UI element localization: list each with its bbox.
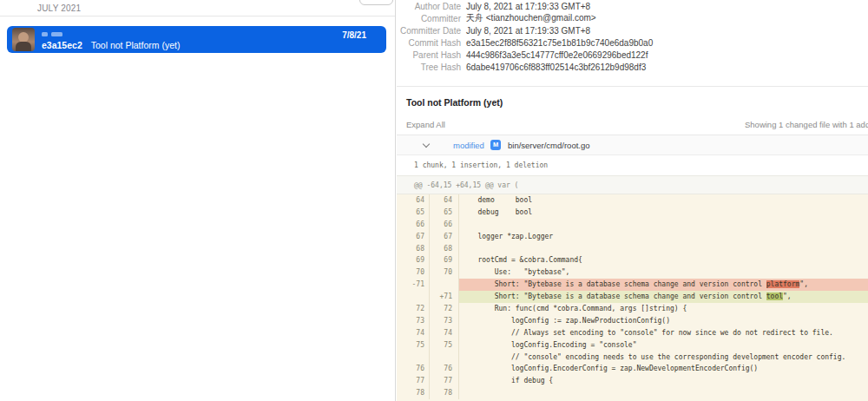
code-line: // Always set encoding to "console" for …	[459, 327, 868, 339]
code-line: Run: func(cmd *cobra.Command, args []str…	[459, 303, 868, 315]
new-line-number: 69	[430, 254, 459, 266]
changed-file-row[interactable]: modified M bin/server/cmd/root.go	[397, 135, 868, 155]
expand-all-button[interactable]: Expand All	[406, 120, 445, 129]
metadata-value: July 8, 2021 at 17:19:33 GMT+8	[466, 2, 590, 11]
modified-badge: M	[490, 140, 501, 150]
old-line-number: 75	[397, 339, 430, 352]
diff-row: +71 Short: "Bytebase is a database schem…	[397, 291, 868, 303]
file-path: bin/server/cmd/root.go	[508, 141, 590, 150]
commit-message: Tool not Platform (yet)	[91, 40, 181, 50]
commit-details-panel: Author 天舟 <tianzhouchen@gmail.com> Autho…	[397, 0, 868, 401]
new-line-number: 77	[430, 375, 459, 387]
metadata-row: Parent Hash 444c986f3a3e5c14777cff0e2e06…	[397, 49, 868, 61]
metadata-label: Author Date	[397, 2, 461, 11]
diff-row: 75 75 logConfig.Encoding = "console"	[397, 339, 868, 352]
app-window: JULY 2021 7/8/21 e3a15ec2Tool not Platfo…	[0, 0, 868, 401]
new-line-number: 78	[430, 387, 459, 399]
diff-row: 69 69 rootCmd = &cobra.Command{	[397, 254, 868, 266]
chevron-down-icon[interactable]	[424, 141, 430, 148]
metadata-value: 6dabe419706c6f883ff02514c3bf2612b9d98df3	[466, 62, 646, 72]
old-line-number: 70	[397, 266, 430, 279]
ref-badge-icon	[42, 32, 48, 36]
divider	[397, 86, 868, 87]
old-line-number: 66	[397, 219, 430, 231]
file-status-label: modified	[453, 141, 484, 150]
commit-list-section-header: JULY 2021	[0, 0, 395, 16]
hunk-header-row: @@ -64,15 +64,15 @@ var (	[397, 175, 868, 194]
old-line-number: 68	[397, 243, 430, 255]
new-line-number: 73	[430, 315, 459, 327]
code-line: Use: "bytebase",	[459, 266, 868, 279]
commit-list-panel: JULY 2021 7/8/21 e3a15ec2Tool not Platfo…	[0, 0, 396, 401]
code-line: Short: "Bytebase is a database schema ch…	[459, 279, 868, 291]
new-line-number: 68	[430, 243, 459, 255]
metadata-label: Commit Hash	[397, 38, 461, 48]
code-line: logger *zap.Logger	[459, 231, 868, 243]
chunk-note: 1 chunk, 1 insertion, 1 deletion	[414, 161, 548, 169]
commit-short-hash: e3a15ec2	[42, 40, 82, 50]
metadata-label: Tree Hash	[397, 62, 461, 72]
metadata-label: Committer Date	[397, 26, 461, 36]
metadata-value: 444c986f3a3e5c14777cff0e2e0669296bed122f	[466, 50, 648, 60]
code-line	[459, 219, 868, 231]
code-line: debug bool	[459, 207, 868, 219]
diff-row: 70 70 Use: "bytebase",	[397, 266, 868, 279]
diff-row: 77 77 if debug {	[397, 375, 868, 387]
new-line-number: 75	[430, 339, 459, 352]
code-line	[459, 387, 868, 399]
new-line-number: 74	[430, 327, 459, 339]
commit-list-item-selected[interactable]: 7/8/21 e3a15ec2Tool not Platform (yet)	[7, 26, 386, 53]
new-line-number: 66	[430, 219, 459, 231]
code-line: Short: "Bytebase is a database schema ch…	[459, 291, 868, 303]
diff-row: 76 76 logConfig.EncoderConfig = zap.NewD…	[397, 363, 868, 375]
metadata-row: Commit Hash e3a15ec2f88f56321c75e1b81b9c…	[397, 36, 868, 49]
changed-files-summary: Showing 1 changed file with 1 addition a…	[745, 120, 868, 129]
diff-row: 72 72 Run: func(cmd *cobra.Command, args…	[397, 303, 868, 315]
metadata-label: Committer	[397, 14, 461, 23]
code-line: if debug {	[459, 375, 868, 387]
metadata-row: Author Date July 8, 2021 at 17:19:33 GMT…	[397, 0, 868, 12]
metadata-value: e3a15ec2f88f56321c75e1b81b9c740e6da9b0a0	[466, 38, 653, 48]
new-line-number: 64	[430, 194, 459, 207]
old-line-number	[397, 291, 430, 303]
new-line-number: 70	[430, 266, 459, 279]
diff-row: 68 68	[397, 243, 868, 255]
new-line-number: 76	[430, 363, 459, 375]
code-line: logConfig.Encoding = "console"	[459, 339, 868, 352]
code-line: // "console" encoding needs to use the c…	[459, 352, 868, 364]
code-line: rootCmd = &cobra.Command{	[459, 254, 868, 266]
word-diff-highlight: tool	[766, 293, 783, 300]
diff-row: -71 Short: "Bytebase is a database schem…	[397, 279, 868, 291]
hunk-header-text: @@ -64,15 +64,15 @@ var (	[414, 181, 518, 189]
new-line-number: 67	[430, 231, 459, 243]
old-line-number: 72	[397, 303, 430, 315]
code-line	[459, 243, 868, 255]
commit-message-title: Tool not Platform (yet)	[406, 97, 503, 108]
metadata-list: Author 天舟 <tianzhouchen@gmail.com> Autho…	[397, 0, 868, 73]
diff-row: 73 73 logConfig := zap.NewProductionConf…	[397, 315, 868, 327]
diff-row: 66 66	[397, 219, 868, 231]
diff-row: 74 74 // Always set encoding to "console…	[397, 327, 868, 339]
new-line-number	[430, 352, 459, 364]
metadata-value: 天舟 <tianzhouchen@gmail.com>	[466, 12, 596, 24]
ref-badge-icon	[51, 32, 62, 36]
author-avatar	[12, 28, 35, 51]
metadata-row: Tree Hash 6dabe419706c6f883ff02514c3bf26…	[397, 61, 868, 73]
diff-row: 64 64 demo bool	[397, 194, 868, 207]
code-line: demo bool	[459, 194, 868, 207]
code-line: logConfig := zap.NewProductionConfig()	[459, 315, 868, 327]
metadata-row: Committer 天舟 <tianzhouchen@gmail.com>	[397, 12, 868, 24]
new-line-number: +71	[430, 291, 459, 303]
metadata-label: Parent Hash	[397, 50, 461, 60]
new-line-number	[430, 279, 459, 291]
old-line-number: 67	[397, 231, 430, 243]
old-line-number: 76	[397, 363, 430, 375]
diff-row: 65 65 debug bool	[397, 207, 868, 219]
old-line-number: -71	[397, 279, 430, 291]
diff-row: // "console" encoding needs to use the c…	[397, 352, 868, 364]
old-line-number: 65	[397, 207, 430, 219]
new-line-number: 72	[430, 303, 459, 315]
metadata-value: July 8, 2021 at 17:19:33 GMT+8	[466, 26, 590, 36]
commit-date: 7/8/21	[342, 30, 366, 40]
diff-table: 64 64 demo bool 65 65 debug bool 66 66 6…	[397, 194, 868, 401]
